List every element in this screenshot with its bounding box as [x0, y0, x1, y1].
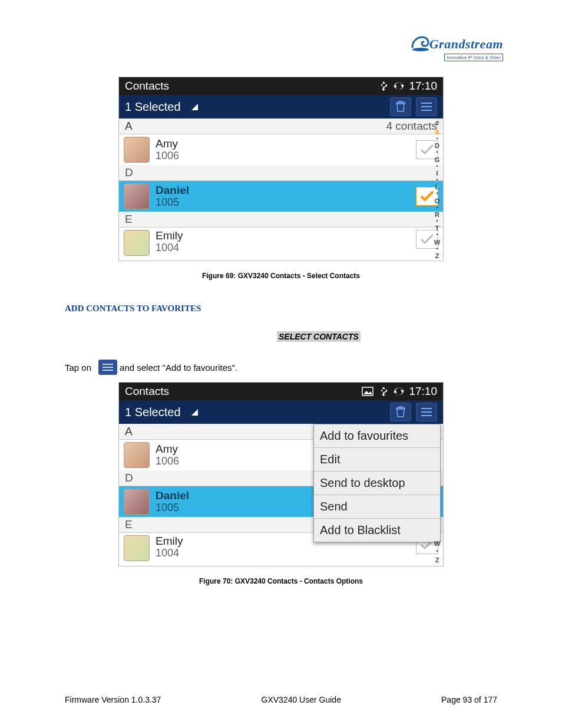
contact-number: 1004 [156, 548, 416, 559]
avatar [124, 230, 150, 256]
contact-number: 1006 [156, 150, 416, 162]
status-bar: Contacts 17:10 [119, 77, 443, 95]
instruction-paragraph: Tap on and select "Add to favourites". [65, 360, 497, 375]
alpha-index[interactable]: W• Z [432, 539, 442, 565]
section-heading: ADD CONTACTS TO FAVORITES [65, 304, 497, 314]
section-header: D [119, 165, 443, 181]
selection-bar: 1 Selected [119, 400, 443, 424]
dropdown-triangle-icon[interactable] [191, 409, 198, 416]
contact-name: Emily [156, 230, 416, 242]
contact-name: Amy [156, 138, 416, 150]
selection-count: 1 Selected [125, 406, 181, 419]
avatar [124, 535, 150, 561]
options-menu: Add to favourites Edit Send to desktop S… [313, 424, 441, 542]
menu-item-blacklist[interactable]: Add to Blacklist [314, 519, 440, 542]
avatar [124, 183, 150, 209]
status-bar: Contacts 17:10 [119, 383, 443, 400]
contact-row[interactable]: Amy 1006 [119, 134, 443, 165]
contacts-list: A Amy 1006 D Daniel 1005 E [119, 424, 443, 566]
dropdown-triangle-icon[interactable] [191, 104, 198, 110]
para-pre: Tap on [65, 361, 91, 374]
avatar [124, 137, 150, 163]
selection-count: 1 Selected [125, 100, 181, 114]
footer-center: GXV3240 User Guide [262, 695, 341, 704]
status-title: Contacts [125, 385, 169, 398]
figure-caption: Figure 69: GXV3240 Contacts - Select Con… [65, 272, 497, 280]
sync-icon [394, 387, 404, 396]
status-time: 17:10 [409, 80, 437, 93]
menu-item-send-desktop[interactable]: Send to desktop [314, 472, 440, 495]
figure-caption: Figure 70: GXV3240 Contacts - Contacts O… [65, 577, 497, 585]
status-title: Contacts [125, 80, 169, 93]
contacts-list: A 4 contacts Amy 1006 D Daniel 1005 [119, 118, 443, 261]
menu-button[interactable] [416, 97, 437, 116]
avatar [124, 442, 150, 468]
alpha-index[interactable]: # A• D• G• I• L• O• R• T• W• Z [432, 118, 442, 261]
page-footer: Firmware Version 1.0.3.37 GXV3240 User G… [65, 695, 497, 704]
contact-number: 1005 [156, 197, 416, 209]
svg-point-0 [412, 48, 429, 51]
delete-button[interactable] [390, 403, 411, 421]
menu-item-send[interactable]: Send [314, 495, 440, 519]
section-header: E [119, 212, 443, 228]
menu-icon-inline [98, 360, 117, 375]
brand-name: Grandstream [429, 37, 503, 52]
usb-icon [379, 387, 388, 396]
sub-heading: SELECT CONTACTS [277, 331, 361, 342]
picture-icon [362, 387, 373, 396]
screenshot-select-contacts: Contacts 17:10 1 Selected A 4 contacts [118, 77, 444, 261]
contact-row[interactable]: Emily 1004 [119, 228, 443, 261]
logo-swirl-icon [409, 35, 429, 52]
menu-item-edit[interactable]: Edit [314, 448, 440, 472]
selection-bar: 1 Selected [119, 95, 443, 118]
status-time: 17:10 [409, 385, 437, 398]
section-header: A [125, 425, 133, 438]
menu-button[interactable] [416, 403, 437, 421]
contact-name: Daniel [156, 185, 416, 197]
para-post: and select "Add to favourites". [120, 361, 237, 374]
menu-item-add-favourites[interactable]: Add to favourites [314, 424, 440, 448]
footer-right: Page 93 of 177 [441, 695, 497, 704]
contacts-count: 4 contacts [386, 120, 437, 133]
footer-left: Firmware Version 1.0.3.37 [65, 695, 161, 704]
sync-icon [394, 81, 404, 91]
brand-caption: Innovative IP Voice & Video [444, 54, 503, 61]
contact-row[interactable]: Daniel 1005 [119, 181, 443, 212]
contact-number: 1004 [156, 242, 416, 254]
avatar [124, 489, 150, 515]
screenshot-contacts-options: Contacts 17:10 1 Selected A [118, 382, 444, 566]
usb-icon [379, 81, 388, 91]
section-header: A [125, 120, 133, 133]
delete-button[interactable] [390, 97, 411, 116]
brand-logo: Grandstream Innovative IP Voice & Video [409, 35, 503, 61]
